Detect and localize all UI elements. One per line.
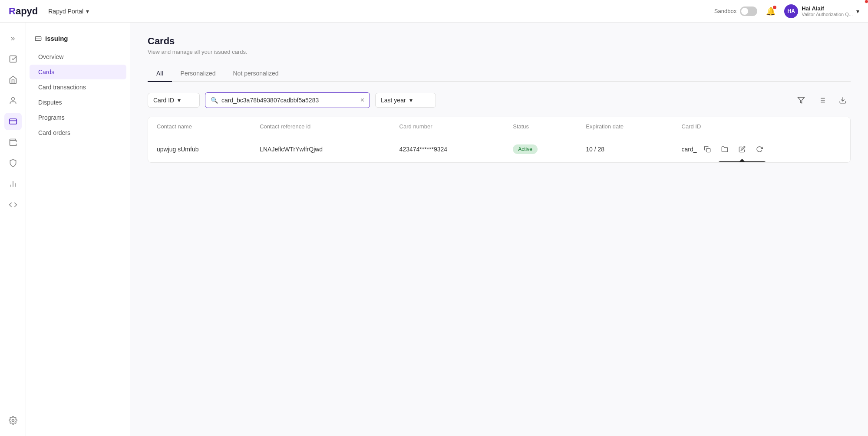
sandbox-toggle: Sandbox: [714, 7, 757, 16]
sidebar-item-overview[interactable]: Overview: [30, 49, 126, 64]
date-filter-dropdown[interactable]: Last year ▾: [375, 93, 436, 108]
date-filter-label: Last year: [381, 97, 406, 104]
col-contact-ref-id: Contact reference id: [251, 117, 390, 136]
svg-rect-2: [9, 119, 17, 124]
search-field: 🔍 ×: [205, 92, 370, 108]
col-card-id: Card ID: [673, 117, 851, 136]
sidebar-item-card-orders[interactable]: Card orders: [30, 125, 126, 140]
user-chevron-icon: ▾: [856, 8, 859, 15]
page-subtitle: View and manage all your issued cards.: [148, 49, 851, 55]
cell-status: Active: [504, 136, 577, 163]
top-header: Rapyd Rapyd Portal ▾ Sandbox 🔔 HA Hai Al…: [0, 0, 868, 23]
card-id-filter-dropdown[interactable]: Card ID ▾: [148, 93, 200, 108]
cell-card-id: card_ See more details: [673, 136, 851, 163]
user-role: Valitor Authorization Q...: [802, 12, 853, 17]
nav-icon-issuing[interactable]: [4, 113, 22, 130]
user-initials: HA: [788, 8, 795, 14]
see-more-details-wrapper: See more details: [735, 142, 749, 156]
copy-action-button[interactable]: [700, 142, 714, 156]
sidebar-card-transactions-label: Card transactions: [38, 84, 86, 91]
table-header-row: Contact name Contact reference id Card n…: [148, 117, 850, 136]
search-icon: 🔍: [211, 97, 218, 104]
expand-nav-button[interactable]: »: [4, 30, 22, 47]
col-contact-name: Contact name: [148, 117, 251, 136]
svg-point-1: [11, 98, 14, 101]
cards-table: Contact name Contact reference id Card n…: [148, 117, 850, 162]
col-status: Status: [504, 117, 577, 136]
portal-chevron-icon: ▾: [86, 8, 89, 15]
col-card-number: Card number: [391, 117, 505, 136]
sidebar-item-programs[interactable]: Programs: [30, 110, 126, 125]
nav-icon-settings[interactable]: [4, 412, 22, 429]
sidebar: Issuing Overview Cards Card transactions…: [26, 23, 130, 436]
left-icon-nav: »: [0, 23, 26, 436]
view-action-button[interactable]: [718, 142, 732, 156]
avatar: HA: [784, 4, 798, 18]
filters-row: Card ID ▾ 🔍 × Last year ▾: [148, 92, 851, 108]
table-row: upwjug sUmfub LNAJeflcWTrYwlfrQjwd 42347…: [148, 136, 850, 163]
nav-icon-developers[interactable]: [4, 196, 22, 213]
filter-dropdown-chevron-icon: ▾: [178, 97, 181, 104]
filter-dropdown-label: Card ID: [153, 97, 174, 104]
tab-all[interactable]: All: [148, 66, 172, 82]
nav-icon-wallet[interactable]: [4, 134, 22, 151]
sidebar-disputes-label: Disputes: [38, 99, 62, 106]
nav-icon-analytics[interactable]: [4, 175, 22, 193]
card-id-text: card_: [682, 146, 697, 153]
portal-selector[interactable]: Rapyd Portal ▾: [45, 6, 92, 16]
nav-icon-users[interactable]: [4, 92, 22, 109]
filters-right: [793, 92, 851, 108]
nav-icon-checklist[interactable]: [4, 50, 22, 68]
sidebar-item-card-transactions[interactable]: Card transactions: [30, 80, 126, 95]
user-name: Hai Alaif: [802, 5, 853, 12]
edit-action-button[interactable]: [735, 142, 749, 156]
table-header: Contact name Contact reference id Card n…: [148, 117, 850, 136]
see-more-details-tooltip: See more details: [717, 161, 767, 163]
cell-contact-ref-id: LNAJeflcWTrYwlfrQjwd: [251, 136, 390, 163]
tabs: All Personalized Not personalized: [148, 66, 851, 82]
svg-rect-0: [10, 56, 16, 62]
svg-rect-18: [706, 148, 710, 152]
main-content: Cards View and manage all your issued ca…: [130, 23, 868, 436]
tab-not-personalized[interactable]: Not personalized: [224, 66, 287, 82]
sidebar-item-cards[interactable]: Cards: [30, 65, 126, 79]
cell-card-number: 423474******9324: [391, 136, 505, 163]
user-info[interactable]: HA Hai Alaif Valitor Authorization Q... …: [784, 4, 859, 18]
filter-button[interactable]: [793, 92, 809, 108]
sidebar-item-disputes[interactable]: Disputes: [30, 95, 126, 110]
logo: Rapyd: [9, 6, 38, 17]
cell-contact-name: upwjug sUmfub: [148, 136, 251, 163]
sandbox-label: Sandbox: [714, 8, 736, 14]
sidebar-cards-label: Cards: [38, 69, 54, 75]
date-chevron-icon: ▾: [409, 97, 413, 104]
tab-personalized[interactable]: Personalized: [172, 66, 224, 82]
col-expiration-date: Expiration date: [577, 117, 673, 136]
table-body: upwjug sUmfub LNAJeflcWTrYwlfrQjwd 42347…: [148, 136, 850, 163]
sort-button[interactable]: [814, 92, 830, 108]
status-badge: Active: [513, 144, 538, 154]
nav-icon-home[interactable]: [4, 71, 22, 89]
nav-icon-compliance[interactable]: [4, 154, 22, 172]
search-input[interactable]: [221, 97, 357, 104]
row-actions: card_ See more details: [682, 142, 842, 156]
sidebar-section-title: Issuing: [26, 31, 130, 49]
search-clear-icon[interactable]: ×: [360, 96, 364, 104]
sidebar-card-orders-label: Card orders: [38, 129, 70, 136]
sandbox-switch[interactable]: [740, 7, 757, 16]
header-right: Sandbox 🔔 HA Hai Alaif Valitor Authoriza…: [714, 4, 859, 18]
sidebar-title-text: Issuing: [45, 35, 68, 42]
refresh-action-button[interactable]: [752, 142, 766, 156]
portal-label: Rapyd Portal: [48, 8, 83, 15]
notification-bell[interactable]: 🔔: [766, 7, 776, 16]
export-button[interactable]: [835, 92, 851, 108]
notification-dot: [773, 6, 776, 9]
user-details: Hai Alaif Valitor Authorization Q...: [802, 5, 853, 17]
sidebar-programs-label: Programs: [38, 114, 65, 121]
page-title: Cards: [148, 36, 851, 47]
svg-marker-10: [798, 97, 805, 103]
cell-expiration-date: 10 / 28: [577, 136, 673, 163]
expand-icon: »: [10, 34, 15, 43]
cards-table-container: Contact name Contact reference id Card n…: [148, 117, 851, 163]
logo-text: Rapyd: [9, 6, 38, 17]
sidebar-overview-label: Overview: [38, 53, 63, 60]
